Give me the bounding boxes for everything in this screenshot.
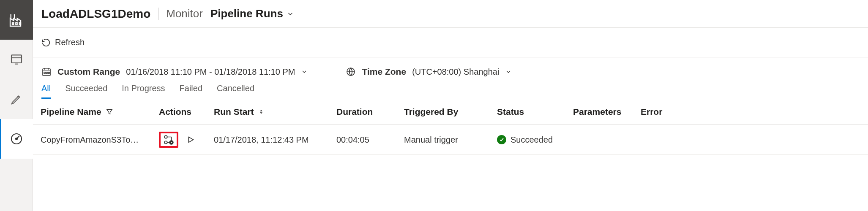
sort-icon[interactable]: [258, 109, 264, 115]
globe-icon: [346, 67, 356, 77]
filters-row: Custom Range 01/16/2018 11:10 PM - 01/18…: [33, 57, 868, 81]
svg-rect-2: [19, 23, 21, 25]
command-bar: Refresh: [33, 28, 868, 57]
cell-error: [633, 125, 868, 155]
refresh-icon: [41, 38, 51, 47]
left-sidebar: [0, 0, 33, 211]
cell-parameters: [565, 125, 633, 155]
tab-all[interactable]: All: [41, 84, 51, 99]
table-header-row: Pipeline Name Actions Run Start: [33, 99, 868, 125]
breadcrumb-separator: [158, 8, 158, 20]
breadcrumb: LoadADLSG1Demo Monitor Pipeline Runs: [33, 0, 868, 28]
svg-rect-0: [12, 23, 14, 25]
filter-icon[interactable]: [106, 108, 113, 116]
breadcrumb-current-label: Pipeline Runs: [210, 7, 283, 20]
factory-icon: [8, 11, 25, 28]
svg-point-5: [16, 138, 17, 140]
cell-status: Succeeded: [497, 135, 558, 145]
table-row[interactable]: CopyFromAmazonS3To…: [33, 125, 868, 155]
cell-duration: 00:04:05: [329, 125, 396, 155]
svg-rect-9: [48, 72, 49, 73]
chevron-down-icon: [287, 10, 294, 18]
activity-runs-icon: [163, 134, 174, 145]
date-range-label: Custom Range: [57, 67, 120, 77]
th-actions: Actions: [159, 107, 191, 116]
calendar-icon: [41, 67, 52, 77]
sidebar-item-author[interactable]: [0, 79, 33, 119]
view-activity-runs-button[interactable]: [159, 132, 178, 148]
rerun-button[interactable]: [186, 135, 195, 144]
th-parameters[interactable]: Parameters: [573, 107, 621, 116]
success-icon: [497, 135, 506, 144]
status-tabs: All Succeeded In Progress Failed Cancell…: [33, 81, 868, 99]
tab-succeeded[interactable]: Succeeded: [65, 84, 107, 99]
svg-point-11: [164, 135, 167, 138]
cell-run-start: 01/17/2018, 11:12:43 PM: [206, 125, 329, 155]
cell-triggered-by: Manual trigger: [396, 125, 489, 155]
sidebar-item-factory[interactable]: [0, 0, 33, 40]
cell-pipeline-name: CopyFromAmazonS3To…: [33, 125, 151, 155]
chevron-down-icon: [505, 68, 512, 75]
date-range-value: 01/16/2018 11:10 PM - 01/18/2018 11:10 P…: [126, 67, 295, 77]
chevron-down-icon: [301, 68, 308, 75]
factory-name: LoadADLSG1Demo: [41, 7, 150, 21]
svg-rect-1: [16, 23, 17, 25]
th-pipeline-name[interactable]: Pipeline Name: [41, 107, 101, 117]
svg-rect-7: [44, 72, 45, 73]
sidebar-item-monitor[interactable]: [0, 119, 33, 159]
timezone-label: Time Zone: [362, 67, 406, 77]
th-triggered-by[interactable]: Triggered By: [404, 107, 458, 116]
cell-actions: [159, 132, 199, 148]
pencil-icon: [10, 93, 23, 106]
refresh-button[interactable]: Refresh: [41, 38, 85, 47]
tab-in-progress[interactable]: In Progress: [122, 84, 165, 99]
tab-failed[interactable]: Failed: [180, 84, 202, 99]
sidebar-item-overview[interactable]: [0, 40, 33, 79]
overview-icon: [10, 53, 23, 66]
th-status[interactable]: Status: [497, 107, 524, 116]
timezone-value: (UTC+08:00) Shanghai: [412, 67, 499, 77]
tab-cancelled[interactable]: Cancelled: [217, 84, 254, 99]
breadcrumb-dropdown[interactable]: Pipeline Runs: [210, 7, 294, 20]
th-error[interactable]: Error: [641, 107, 662, 116]
svg-point-12: [164, 141, 167, 144]
breadcrumb-section: Monitor: [166, 7, 203, 20]
runs-table: Pipeline Name Actions Run Start: [33, 99, 868, 155]
th-duration[interactable]: Duration: [336, 107, 373, 116]
timezone-control[interactable]: Time Zone (UTC+08:00) Shanghai: [346, 67, 512, 77]
status-text: Succeeded: [510, 135, 553, 145]
refresh-label: Refresh: [55, 38, 85, 47]
main-content: LoadADLSG1Demo Monitor Pipeline Runs Ref…: [33, 0, 868, 211]
svg-rect-3: [11, 55, 22, 63]
date-range-control[interactable]: Custom Range 01/16/2018 11:10 PM - 01/18…: [41, 67, 308, 77]
th-run-start[interactable]: Run Start: [214, 107, 254, 117]
gauge-icon: [10, 132, 23, 146]
svg-rect-8: [46, 72, 47, 73]
